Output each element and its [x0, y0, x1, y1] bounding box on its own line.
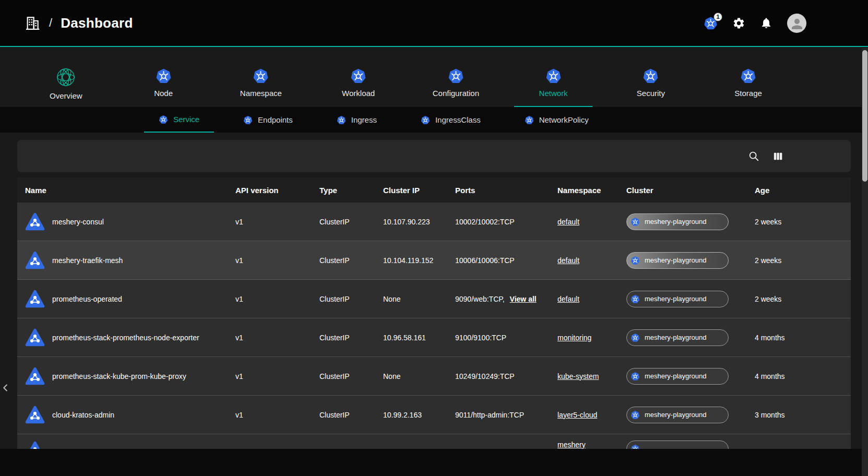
column-header-type[interactable]: Type [319, 186, 383, 195]
service-name: cloud-kratos-admin [52, 411, 114, 419]
column-header-cluster-ip[interactable]: Cluster IP [383, 186, 455, 195]
column-header-namespace[interactable]: Namespace [557, 186, 626, 195]
k8s-service-icon [25, 405, 45, 425]
cluster-ip: 10.99.2.163 [383, 411, 455, 419]
kubernetes-icon [631, 372, 640, 381]
table-body: meshery-consul v1 ClusterIP 10.107.90.22… [17, 203, 851, 450]
ports: 10002/10002:TCP [455, 218, 515, 226]
kubernetes-icon [545, 68, 562, 84]
view-all-ports-link[interactable]: View all [510, 295, 537, 303]
scrollbar-thumb[interactable] [862, 50, 867, 182]
subtab-networkpolicy[interactable]: NetworkPolicy [510, 107, 603, 133]
table-row[interactable]: meshery-consul v1 ClusterIP 10.107.90.22… [17, 203, 851, 241]
cluster-name: meshery-playground [645, 256, 707, 264]
column-header-cluster[interactable]: Cluster [626, 186, 755, 195]
subtab-ingressclass[interactable]: IngressClass [406, 107, 495, 133]
api-version: v1 [235, 295, 319, 303]
column-header-age[interactable]: Age [755, 186, 851, 195]
tab-overview[interactable]: Overview [17, 68, 115, 107]
k8s-service-icon [25, 366, 45, 386]
tab-security[interactable]: Security [602, 68, 700, 107]
namespace-link[interactable]: layer5-cloud [557, 411, 597, 419]
cluster-name: meshery-playground [645, 295, 707, 303]
subtab-ingress[interactable]: Ingress [322, 107, 391, 133]
table-row[interactable]: meshery-traefik-mesh v1 ClusterIP 10.104… [17, 241, 851, 280]
cluster-chip[interactable]: meshery-playground [626, 329, 729, 346]
namespace-link[interactable]: meshery [557, 441, 586, 449]
service-name: prometheus-stack-kube-prom-kube-proxy [52, 372, 186, 380]
cluster-chip[interactable]: meshery-playground [626, 368, 729, 385]
table-row[interactable]: prometheus-stack-prometheus-node-exporte… [17, 318, 851, 357]
k8s-service-icon [25, 328, 45, 348]
cluster-chip[interactable]: meshery-playground [626, 407, 729, 423]
namespace-link[interactable]: default [557, 218, 579, 226]
kubernetes-icon [253, 68, 269, 84]
header-actions: 1 [704, 14, 806, 33]
cluster-ip: 10.107.90.223 [383, 218, 455, 226]
api-version: v1 [235, 372, 319, 380]
ports: 9011/http-admin:TCP [455, 411, 524, 419]
tab-storage[interactable]: Storage [699, 68, 797, 107]
cluster-chip[interactable]: meshery-playground [626, 291, 729, 307]
service-type: ClusterIP [319, 411, 383, 419]
column-header-name[interactable]: Name [25, 186, 235, 195]
content-bottom-edge [0, 449, 862, 476]
tab-network[interactable]: Network [505, 68, 602, 107]
kubernetes-icon [448, 68, 464, 84]
cluster-name: meshery-playground [645, 411, 707, 419]
mesh-sphere-icon [56, 68, 75, 87]
cluster-ip: None [383, 295, 455, 303]
search-icon[interactable] [748, 150, 759, 162]
service-name: prometheus-stack-prometheus-node-exporte… [52, 334, 199, 342]
kubernetes-icon [337, 115, 346, 125]
column-header-ports[interactable]: Ports [455, 186, 557, 195]
table-row[interactable]: prometheus-operated v1 ClusterIP None 90… [17, 280, 851, 318]
api-version: v1 [235, 218, 319, 226]
cluster-name: meshery-playground [645, 218, 707, 225]
namespace-link[interactable]: monitoring [557, 334, 591, 342]
kubernetes-icon [631, 410, 640, 420]
organization-icon[interactable] [24, 15, 41, 31]
table-header-row: Name API version Type Cluster IP Ports N… [17, 177, 851, 203]
k8s-service-icon [25, 289, 45, 309]
api-version: v1 [235, 256, 319, 265]
cluster-chip[interactable]: meshery-playground [626, 252, 729, 269]
table-toolbar [17, 140, 851, 172]
subtab-service[interactable]: Service [144, 107, 214, 133]
age: 2 weeks [755, 295, 851, 303]
k8s-service-icon [25, 251, 45, 270]
tab-namespace[interactable]: Namespace [212, 68, 310, 107]
kubernetes-icon [159, 115, 168, 124]
namespace-link[interactable]: kube-system [557, 372, 599, 380]
kubernetes-context-button[interactable]: 1 [704, 16, 718, 30]
notifications-bell-icon[interactable] [760, 17, 772, 29]
page-scrollbar[interactable] [862, 48, 868, 476]
service-type: ClusterIP [319, 372, 383, 380]
sidebar-collapse-chevron-icon[interactable] [0, 378, 11, 398]
cluster-chip[interactable]: meshery-playground [626, 213, 729, 230]
ports: 9100/9100:TCP [455, 334, 506, 342]
page-title: Dashboard [61, 15, 133, 31]
table-row[interactable]: cloud-kratos-admin v1 ClusterIP 10.99.2.… [17, 396, 851, 434]
cluster-ip: 10.104.119.152 [383, 256, 455, 265]
subtab-endpoints[interactable]: Endpoints [229, 107, 307, 133]
column-header-api-version[interactable]: API version [235, 186, 319, 195]
service-name: meshery-consul [52, 218, 104, 226]
namespace-link[interactable]: default [557, 256, 579, 265]
context-count-badge: 1 [714, 13, 722, 21]
namespace-link[interactable]: default [557, 295, 579, 303]
table-row[interactable]: prometheus-stack-kube-prom-kube-proxy v1… [17, 357, 851, 396]
view-columns-icon[interactable] [772, 150, 784, 162]
kubernetes-icon [243, 115, 253, 125]
breadcrumb: / Dashboard [24, 15, 133, 31]
table-row[interactable]: meshery [17, 434, 851, 450]
settings-gear-icon[interactable] [732, 17, 745, 30]
user-avatar[interactable] [787, 14, 806, 33]
kubernetes-icon [350, 68, 366, 84]
ports: 9090/web:TCP, [455, 295, 505, 303]
cluster-ip: 10.96.58.161 [383, 334, 455, 342]
tab-workload[interactable]: Workload [310, 68, 407, 107]
tab-configuration[interactable]: Configuration [407, 68, 505, 107]
tab-node[interactable]: Node [115, 68, 212, 107]
kubernetes-icon [643, 68, 659, 84]
